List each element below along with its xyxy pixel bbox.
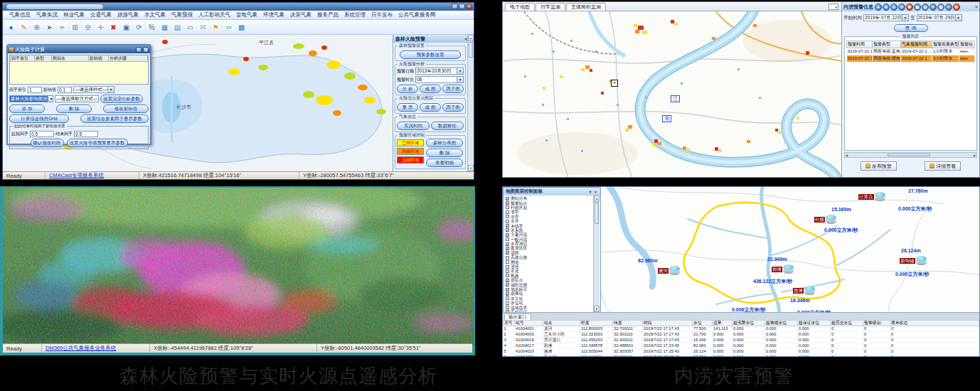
- analysis-button[interactable]: 因子图: [442, 85, 464, 93]
- basin-map-canvas[interactable]: 计算点 社旗 唐河 郭滩 急滩 新甸铺 27.780m0.000立方米/秒15.…: [503, 187, 980, 314]
- refresh-icon[interactable]: ⟳: [134, 22, 144, 33]
- layer-panel-scrollbar[interactable]: [593, 196, 600, 312]
- render-params-button[interactable]: 设置渲染分析参数: [100, 95, 143, 103]
- layer-checkbox[interactable]: [506, 215, 509, 218]
- layer-checkbox[interactable]: [506, 274, 509, 277]
- pin-icon[interactable]: ▾: [587, 189, 592, 194]
- warning-table-row[interactable]: 2019-07-22 1...风险等级:蓝色..2019-07-22 1...1…: [847, 48, 975, 55]
- globe-icon[interactable]: ●: [875, 4, 882, 11]
- layer-checkbox[interactable]: [506, 283, 509, 286]
- add-button[interactable]: 添 加: [9, 105, 45, 113]
- layer-checkbox[interactable]: [506, 288, 509, 291]
- station-marker[interactable]: 急滩: [793, 286, 815, 295]
- column-header[interactable]: 流量: [713, 321, 733, 326]
- menu-item[interactable]: 气象实况: [33, 11, 60, 18]
- column-header[interactable]: 时间: [643, 321, 693, 326]
- date-from-select[interactable]: 2019年 07月 22日: [863, 14, 909, 21]
- menu-item[interactable]: 气象信息: [6, 11, 33, 18]
- station-marker[interactable]: 郭滩: [772, 265, 794, 274]
- layer-display-button[interactable]: 因子图: [442, 103, 464, 112]
- back-icon[interactable]: ⇦: [223, 22, 234, 33]
- column-header[interactable]: 水位: [693, 321, 713, 326]
- station-marker[interactable]: 社旗: [814, 215, 836, 224]
- zoom-out-icon[interactable]: ⊖: [890, 4, 898, 11]
- close-red-icon[interactable]: ✖: [108, 22, 119, 33]
- layer-display-button[interactable]: 显 示: [397, 103, 418, 112]
- table-row[interactable]: 241004003三夹河小区112.32300332.3011102019/7/…: [504, 332, 979, 338]
- pan-icon[interactable]: ✛: [898, 4, 905, 11]
- layer-select[interactable]: 森林火险影响图层: [9, 95, 53, 102]
- layer-checkbox[interactable]: [506, 301, 509, 305]
- map-mini-dropdown[interactable]: [829, 4, 838, 10]
- end-factor-input[interactable]: 0.5: [74, 131, 98, 137]
- column-header[interactable]: 经度: [580, 321, 613, 326]
- table-row[interactable]: 341004019官庄渡口112.45620332.4000112019/7/2…: [504, 338, 979, 343]
- menu-item[interactable]: 林业气象: [60, 11, 87, 18]
- zoom-in-icon[interactable]: ⊕: [31, 22, 42, 33]
- column-header[interactable]: 超警戒水位: [765, 321, 798, 326]
- layer-checkbox[interactable]: [506, 251, 509, 255]
- calc-grid-button[interactable]: 计算综合线性Grid: [9, 114, 69, 123]
- dialog-title-bar[interactable]: 火险因子计算: [8, 45, 150, 53]
- layers-icon[interactable]: ▤: [922, 4, 929, 11]
- station-marker[interactable]: 唐河: [658, 267, 680, 275]
- column-header[interactable]: 气象预警时间: [901, 41, 932, 48]
- modify-impact-button[interactable]: 修改影响值: [103, 105, 149, 113]
- analysis-button[interactable]: 成 图: [420, 85, 441, 93]
- chevron-down-icon[interactable]: [955, 15, 962, 21]
- layer-checkbox[interactable]: [506, 205, 509, 209]
- minimize-button[interactable]: [452, 4, 458, 9]
- date-to-select[interactable]: 2019年 07月 29日: [917, 14, 962, 21]
- column-header[interactable]: 类型: [35, 55, 52, 62]
- panel-vertical-scrollbar[interactable]: [467, 35, 474, 171]
- output-tab[interactable]: 输出窗口: [504, 314, 531, 320]
- menu-item[interactable]: 气象预报: [169, 11, 196, 18]
- layer-checkbox[interactable]: [506, 256, 509, 259]
- impact-input[interactable]: 0.1: [58, 87, 72, 93]
- layer-checkbox[interactable]: [506, 242, 509, 246]
- layer-checkbox[interactable]: [506, 210, 509, 214]
- table-row[interactable]: 441004017郭滩112.34857832.4885012019/7/22 …: [504, 343, 979, 349]
- menu-item[interactable]: 人工影响天气: [196, 11, 233, 18]
- chevron-down-icon[interactable]: [48, 96, 53, 102]
- area-control-button[interactable]: 删 除: [426, 149, 463, 157]
- tab-daily-monitor[interactable]: 日常监测: [536, 3, 565, 11]
- tab-area-monitor[interactable]: 主体面积监测: [566, 3, 606, 11]
- menu-item[interactable]: 水文气象: [142, 11, 169, 18]
- layer-checkbox[interactable]: [506, 228, 509, 232]
- scroll-up-icon[interactable]: [468, 35, 474, 41]
- column-header[interactable]: 纬度: [613, 321, 643, 326]
- warning-date-select[interactable]: 2013年10月30日: [415, 68, 464, 75]
- delete-button[interactable]: 删 除: [56, 105, 92, 113]
- table-row[interactable]: 141004001唐河112.80000332.7000112019/7/22 …: [504, 326, 979, 332]
- warning-table[interactable]: 预警时间预警类型气象预警时间预警雨量类型预警站 2019-07-22 1...风…: [846, 41, 975, 149]
- area-control-button[interactable]: 森林分布图: [426, 139, 463, 147]
- chevron-down-icon[interactable]: [457, 77, 463, 82]
- zoom-window-icon[interactable]: ⊞: [70, 22, 80, 33]
- query-button[interactable]: 查 询: [894, 24, 928, 32]
- column-header[interactable]: 超保证水位: [798, 321, 831, 326]
- pan-hand-icon[interactable]: ✛: [95, 22, 106, 33]
- warning-table-row[interactable]: 2019-07-22 1风险等级:橙色2019-07-22 13小时降水elev: [847, 55, 975, 63]
- layer-display-button[interactable]: 成 图: [420, 103, 441, 112]
- chevron-down-icon[interactable]: [457, 68, 463, 74]
- status-system-link[interactable]: DM365公共气象服务业务系统: [42, 344, 150, 353]
- menu-item[interactable]: 决策气象: [287, 11, 314, 18]
- mail-icon[interactable]: ✉: [198, 22, 208, 33]
- chevron-down-icon[interactable]: [98, 96, 100, 102]
- style-select[interactable]: —请选择样式—: [73, 86, 114, 93]
- gis-map-canvas[interactable]: 长沙市平江县 火险因子计算: [3, 35, 474, 171]
- chevron-down-icon[interactable]: [902, 15, 908, 21]
- factor-index-input[interactable]: 1: [28, 87, 42, 93]
- menu-item[interactable]: 旅游气象: [114, 11, 142, 18]
- factor-table[interactable]: 因子索引类型图层名影响值分析步骤: [9, 55, 149, 85]
- confirm-period-button[interactable]: 确认修改时段: [31, 139, 64, 147]
- panel-bottom-button[interactable]: 发布预警: [861, 161, 897, 171]
- weather-info-button[interactable]: 数据标绘: [431, 122, 464, 130]
- column-header[interactable]: 超汛限水位: [733, 321, 765, 326]
- zoom-in-icon[interactable]: ⊕: [883, 4, 890, 11]
- column-header[interactable]: 分析步骤: [109, 55, 148, 62]
- layer-checkbox[interactable]: [506, 201, 509, 205]
- layer-checkbox[interactable]: [506, 220, 509, 223]
- stop-red-icon[interactable]: ⊗: [953, 4, 960, 11]
